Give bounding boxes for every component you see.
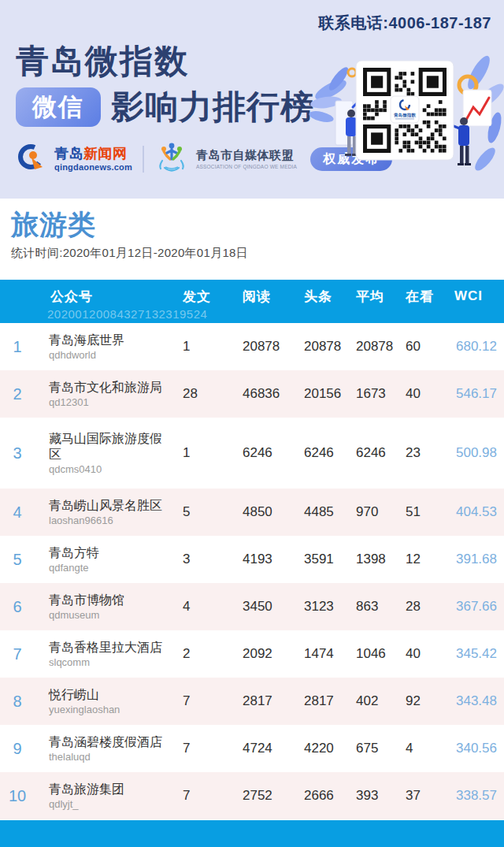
wci-value: 345.42 (453, 646, 504, 662)
wci-value: 391.68 (453, 552, 504, 567)
account-name: 青岛市文化和旅游局 (49, 380, 170, 396)
qingdaonews-logo-icon (16, 142, 47, 176)
account-cell: 青岛市文化和旅游局 qd12301 (46, 380, 181, 408)
footer-bar (0, 820, 504, 847)
reads-value: 4193 (241, 552, 302, 567)
average-value: 6246 (354, 445, 404, 461)
qr-code: 青岛微指数 (356, 61, 454, 160)
views-value: 37 (404, 788, 453, 804)
qr-center-logo: 青岛微指数 (391, 96, 419, 123)
wci-value: 500.98 (453, 445, 504, 461)
column-wci: WCI (453, 288, 504, 304)
reads-value: 6246 (241, 445, 302, 461)
posts-value: 7 (181, 693, 241, 709)
qingdaonews-name-cn2: 新闻网 (83, 146, 128, 162)
average-value: 1046 (354, 646, 404, 662)
top-value: 1474 (302, 646, 354, 662)
account-cell: 青岛涵碧楼度假酒店 thelaluqd (46, 734, 181, 763)
account-name: 藏马山国际旅游度假区 (49, 431, 170, 463)
posts-value: 5 (181, 504, 241, 520)
qingdaonews-url: qingdaonews.com (54, 162, 132, 172)
wci-value: 680.12 (453, 339, 504, 355)
reads-value: 4724 (241, 741, 302, 756)
posts-value: 7 (181, 788, 241, 804)
wci-value: 338.57 (453, 788, 504, 804)
table-row: 2 青岛市文化和旅游局 qd12301 28 46836 20156 1673 … (0, 370, 504, 418)
top-value: 4485 (302, 504, 354, 520)
rank-number: 4 (0, 503, 46, 522)
rank-number: 10 (0, 787, 46, 805)
association-logo-icon (154, 140, 189, 178)
top-value: 20156 (302, 386, 354, 402)
rank-number: 3 (0, 444, 46, 463)
views-value: 60 (404, 339, 453, 355)
header-watermark: 20200120084327132319524 (47, 307, 207, 321)
average-value: 1398 (354, 552, 404, 567)
average-value: 970 (354, 504, 404, 520)
account-name: 青岛涵碧楼度假酒店 (49, 734, 170, 750)
hero-header: 联系电话:4006-187-187 青岛微指数 微信 影响力排行榜 青岛新闻网 … (0, 0, 504, 199)
top-value: 6246 (302, 445, 354, 461)
qingdaonews-logo-text: 青岛新闻网 qingdaonews.com (54, 147, 132, 172)
views-value: 40 (404, 646, 453, 662)
average-value: 393 (354, 788, 404, 804)
average-value: 1673 (354, 386, 404, 402)
posts-value: 2 (181, 646, 241, 662)
views-value: 40 (404, 386, 453, 402)
top-value: 4220 (302, 741, 354, 756)
account-id: qdlyjt_ (49, 799, 170, 810)
account-id: qdcms0410 (49, 464, 170, 475)
wci-value: 546.17 (453, 386, 504, 402)
account-cell: 青岛崂山风景名胜区 laoshan96616 (46, 498, 181, 526)
association-logo-text: 青岛市自媒体联盟 ASSOCIATION OF QINGDAO WE MEDIA (196, 149, 297, 169)
top-value: 2817 (302, 693, 354, 709)
posts-value: 3 (181, 552, 241, 567)
rank-number: 2 (0, 385, 46, 403)
table-row: 7 青岛香格里拉大酒店 slqcomm 2 2092 1474 1046 40 … (0, 630, 504, 678)
reads-value: 2092 (241, 646, 302, 662)
wechat-badge: 微信 (16, 87, 101, 127)
posts-value: 4 (181, 599, 241, 615)
account-id: yuexinglaoshan (49, 704, 170, 715)
category-section: 旅游类 统计时间:2020年01月12日-2020年01月18日 (0, 199, 504, 280)
wci-value: 367.66 (453, 599, 504, 615)
account-cell: 青岛市博物馆 qdmuseum (46, 593, 181, 621)
ranking-table: 公众号 发文 阅读 头条 平均 在看 WCI 20200120084327132… (0, 280, 504, 819)
views-value: 12 (404, 552, 453, 567)
association-subtitle: ASSOCIATION OF QINGDAO WE MEDIA (196, 164, 297, 169)
rank-number: 6 (0, 598, 46, 616)
contact-phone: 联系电话:4006-187-187 (318, 13, 491, 34)
average-value: 675 (354, 741, 404, 756)
ranking-poster: 联系电话:4006-187-187 青岛微指数 微信 影响力排行榜 青岛新闻网 … (0, 0, 504, 847)
account-name: 青岛旅游集团 (49, 782, 170, 797)
account-name: 青岛崂山风景名胜区 (49, 498, 170, 514)
logo-divider (143, 146, 144, 173)
reads-value: 4850 (241, 504, 302, 520)
account-cell: 悦行崂山 yuexinglaoshan (46, 687, 181, 715)
posts-value: 7 (181, 741, 241, 756)
column-account: 公众号 (46, 288, 181, 306)
wci-value: 343.48 (453, 693, 504, 709)
table-body: 1 青岛海底世界 qdhdworld 1 20878 20878 20878 6… (0, 323, 504, 819)
reads-value: 2817 (241, 693, 302, 709)
account-cell: 青岛海底世界 qdhdworld (46, 332, 181, 361)
table-row: 6 青岛市博物馆 qdmuseum 4 3450 3123 863 28 367… (0, 583, 504, 630)
column-reads: 阅读 (241, 288, 302, 306)
views-value: 51 (404, 504, 453, 520)
rank-number: 1 (0, 338, 46, 356)
account-cell: 藏马山国际旅游度假区 qdcms0410 (46, 431, 181, 475)
account-cell: 青岛旅游集团 qdlyjt_ (46, 782, 181, 810)
views-value: 92 (404, 693, 453, 709)
table-row: 4 青岛崂山风景名胜区 laoshan96616 5 4850 4485 970… (0, 489, 504, 536)
account-name: 青岛香格里拉大酒店 (49, 640, 170, 656)
reads-value: 3450 (241, 599, 302, 615)
title-block: 青岛微指数 微信 影响力排行榜 (16, 44, 314, 129)
table-row: 3 藏马山国际旅游度假区 qdcms0410 1 6246 6246 6246 … (0, 418, 504, 489)
table-row: 5 青岛方特 qdfangte 3 4193 3591 1398 12 391.… (0, 536, 504, 583)
top-value: 3591 (302, 552, 354, 567)
rank-number: 8 (0, 693, 46, 711)
association-name: 青岛市自媒体联盟 (196, 149, 297, 162)
account-name: 青岛市博物馆 (49, 593, 170, 608)
views-value: 23 (404, 445, 453, 461)
qr-illustration: 青岛微指数 (307, 41, 504, 199)
